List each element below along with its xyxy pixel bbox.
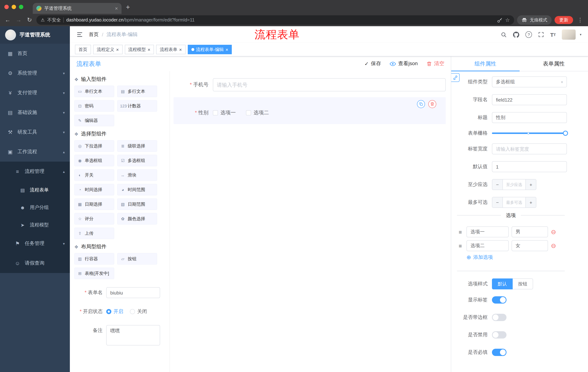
sidebar-item-system[interactable]: ⚙ 系统管理 ▾ bbox=[0, 63, 70, 83]
tag-process-form[interactable]: 流程表单 × bbox=[156, 45, 185, 54]
component-rate[interactable]: ☆评分 bbox=[74, 213, 114, 224]
component-button[interactable]: ▱按钮 bbox=[117, 253, 157, 265]
sidebar-item-payment[interactable]: ¥ 支付管理 ▾ bbox=[0, 83, 70, 103]
min-select-value[interactable]: 至少应选 bbox=[503, 180, 525, 190]
option-label-input[interactable] bbox=[466, 226, 509, 237]
browser-menu-icon[interactable]: ⋮ bbox=[576, 17, 584, 23]
tag-home[interactable]: 首页 bbox=[75, 45, 91, 54]
form-canvas[interactable]: 手机号 bbox=[170, 71, 451, 372]
status-off-radio[interactable]: 关闭 bbox=[130, 308, 147, 315]
fullscreen-icon[interactable] bbox=[538, 32, 544, 37]
style-default-button[interactable]: 默认 bbox=[492, 278, 513, 289]
new-tab-button[interactable]: + bbox=[126, 3, 130, 10]
tab-component-props[interactable]: 组件属性 bbox=[451, 56, 520, 71]
drag-handle-icon[interactable]: ≡ bbox=[457, 229, 463, 235]
sidebar-item-leave-query[interactable]: ☺ 请假查询 bbox=[0, 253, 70, 273]
component-checkbox-group[interactable]: ☑多选框组 bbox=[117, 155, 157, 166]
component-cascader[interactable]: ≣级联选择 bbox=[117, 140, 157, 152]
component-date-picker[interactable]: ▦日期选择 bbox=[74, 198, 114, 210]
sidebar-item-process-form[interactable]: ▤ 流程表单 bbox=[0, 181, 70, 199]
drag-handle-icon[interactable]: ≡ bbox=[457, 243, 463, 249]
copy-component-button[interactable] bbox=[417, 100, 425, 108]
tag-close-icon[interactable]: × bbox=[226, 47, 228, 52]
phone-field-row[interactable]: 手机号 bbox=[174, 78, 446, 91]
option-value-input[interactable] bbox=[512, 240, 548, 251]
remove-option-icon[interactable]: ⊖ bbox=[551, 229, 556, 235]
link-icon[interactable] bbox=[451, 73, 460, 82]
sidebar-item-infra[interactable]: ▤ 基础设施 ▾ bbox=[0, 103, 70, 122]
tag-process-form-edit[interactable]: 流程表单-编辑 × bbox=[188, 45, 232, 54]
increase-button[interactable]: + bbox=[525, 180, 536, 190]
tag-process-definition[interactable]: 流程定义 × bbox=[93, 45, 122, 54]
style-button-button[interactable]: 按钮 bbox=[513, 278, 533, 289]
help-icon[interactable]: ? bbox=[525, 31, 532, 38]
sidebar-item-process-mgmt[interactable]: ≡ 流程管理 ▴ bbox=[0, 162, 70, 181]
font-size-icon[interactable]: TT bbox=[550, 32, 556, 38]
component-counter[interactable]: 123计数器 bbox=[117, 100, 157, 112]
component-type-select[interactable]: 多选框组 ▾ bbox=[492, 76, 567, 87]
window-zoom-button[interactable] bbox=[19, 5, 23, 9]
option-label-input[interactable] bbox=[466, 240, 509, 251]
component-time-range[interactable]: ◕时间范围 bbox=[117, 184, 157, 195]
sidebar-item-task-mgmt[interactable]: ⚑ 任务管理 ▾ bbox=[0, 234, 70, 253]
password-key-icon[interactable] bbox=[497, 17, 503, 23]
sidebar-item-home[interactable]: ▦ 首页 bbox=[0, 44, 70, 63]
component-upload[interactable]: ⇧上传 bbox=[74, 227, 114, 239]
component-single-line-text[interactable]: ▭单行文本 bbox=[74, 85, 114, 97]
view-json-button[interactable]: 查看json bbox=[390, 60, 418, 67]
component-password[interactable]: ⊡密码 bbox=[74, 100, 114, 112]
sidebar-item-process-model[interactable]: ➤ 流程模型 bbox=[0, 216, 70, 234]
tab-close-icon[interactable]: × bbox=[115, 5, 118, 11]
title-input[interactable] bbox=[492, 112, 567, 123]
gender-field-row[interactable]: 性别 选项一 选项二 bbox=[174, 110, 446, 116]
form-remark-textarea[interactable]: 嘿嘿 bbox=[106, 325, 160, 345]
delete-component-button[interactable] bbox=[428, 100, 436, 108]
slider-handle[interactable] bbox=[563, 131, 568, 136]
show-label-switch[interactable] bbox=[492, 296, 506, 304]
address-bar[interactable]: ⚠ 不安全 dashboard.yudao.iocoder.cn/bpm/man… bbox=[36, 15, 514, 25]
gender-option-1[interactable]: 选项一 bbox=[213, 110, 236, 116]
max-select-value[interactable]: 最多可选 bbox=[503, 197, 525, 207]
border-switch[interactable] bbox=[492, 314, 506, 321]
decrease-button[interactable]: − bbox=[492, 197, 503, 207]
gender-option-2[interactable]: 选项二 bbox=[246, 110, 269, 116]
sidebar-item-user-group[interactable]: ☻ 用户分组 bbox=[0, 199, 70, 216]
component-select[interactable]: ◎下拉选择 bbox=[74, 140, 114, 152]
save-button[interactable]: ✓ 保存 bbox=[364, 60, 381, 67]
required-switch[interactable] bbox=[492, 349, 506, 356]
tag-close-icon[interactable]: × bbox=[116, 47, 119, 52]
component-editor[interactable]: ✎编辑器 bbox=[74, 115, 114, 126]
form-grid-slider[interactable] bbox=[492, 131, 567, 136]
tag-close-icon[interactable]: × bbox=[147, 47, 150, 52]
component-color-picker[interactable]: ✿颜色选择 bbox=[117, 213, 157, 224]
sidebar-item-devtools[interactable]: ⚒ 研发工具 ▾ bbox=[0, 122, 70, 142]
add-option-button[interactable]: ⊕ 添加选项 bbox=[466, 254, 567, 261]
option-value-input[interactable] bbox=[512, 226, 548, 237]
component-radio-group[interactable]: ◉单选框组 bbox=[74, 155, 114, 166]
window-minimize-button[interactable] bbox=[12, 5, 16, 9]
form-name-input[interactable] bbox=[106, 287, 160, 298]
back-button[interactable]: ← bbox=[4, 17, 12, 23]
component-multiline-text[interactable]: ▤多行文本 bbox=[117, 85, 157, 97]
checkbox[interactable] bbox=[213, 110, 218, 115]
update-button[interactable]: 更新 bbox=[555, 16, 573, 24]
hamburger-icon[interactable] bbox=[76, 31, 83, 38]
component-time-picker[interactable]: ◔时间选择 bbox=[74, 184, 114, 195]
selected-component-gender[interactable]: 性别 选项一 选项二 bbox=[174, 97, 446, 124]
avatar-caret-icon[interactable]: ▾ bbox=[580, 33, 581, 36]
checkbox[interactable] bbox=[246, 110, 251, 115]
tag-close-icon[interactable]: × bbox=[179, 47, 182, 52]
github-icon[interactable] bbox=[513, 32, 519, 38]
field-name-input[interactable] bbox=[492, 94, 567, 105]
bookmark-star-icon[interactable]: ☆ bbox=[505, 17, 510, 23]
reload-button[interactable]: ↻ bbox=[25, 17, 33, 23]
remove-option-icon[interactable]: ⊖ bbox=[551, 243, 556, 249]
tag-process-model[interactable]: 流程模型 × bbox=[125, 45, 154, 54]
increase-button[interactable]: + bbox=[525, 197, 536, 207]
forward-button[interactable]: → bbox=[15, 17, 22, 23]
default-value-input[interactable] bbox=[492, 161, 567, 172]
decrease-button[interactable]: − bbox=[492, 180, 503, 190]
breadcrumb-home[interactable]: 首页 bbox=[89, 31, 99, 38]
component-switch[interactable]: ◐开关 bbox=[74, 169, 114, 181]
component-slider[interactable]: ↔滑块 bbox=[117, 169, 157, 181]
